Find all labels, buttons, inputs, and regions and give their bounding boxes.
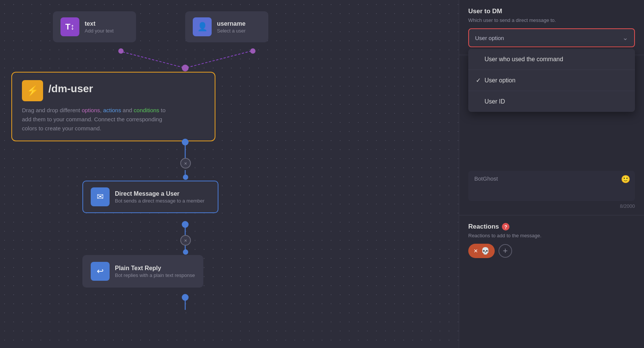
text-node-title: text [85, 20, 114, 27]
username-node-icon: 👤 [193, 17, 212, 36]
connector-dot-reply-bottom [182, 294, 189, 301]
checkmark-selected-icon: ✓ [476, 77, 481, 84]
dropdown-selected-value: User option [475, 35, 504, 41]
reactions-section: Reactions ? Reactions to add to the mess… [459, 215, 644, 266]
action-node-icon: ✉ [91, 187, 110, 206]
user-dropdown-select[interactable]: User option ⌄ [468, 28, 635, 47]
dropdown-menu: ✓ User who used the command ✓ User optio… [468, 49, 635, 112]
connector-dot-action-bottom [182, 221, 189, 228]
connector-dot-command-bottom [182, 139, 189, 145]
user-to-dm-section: User to DM Which user to send a direct m… [459, 0, 644, 55]
user-to-dm-sublabel: Which user to send a direct message to. [468, 17, 635, 23]
reactions-sublabel: Reactions to add to the message. [468, 233, 635, 238]
canvas: T↕ text Add your text 👤 username Select … [0, 0, 459, 348]
username-node-title: username [217, 20, 246, 27]
right-panel: User to DM Which user to send a direct m… [459, 0, 644, 348]
message-section: BotGhost 🙂 8/2000 [459, 165, 644, 215]
connector-x-2[interactable]: × [180, 235, 191, 246]
reactions-label-row: Reactions ? [468, 223, 635, 230]
user-dropdown-wrapper: User option ⌄ ✓ User who used the comman… [468, 28, 635, 47]
action-node-labels: Direct Message a User Bot sends a direct… [115, 190, 204, 204]
message-placeholder: BotGhost [474, 175, 498, 182]
connector-dot-mid1 [183, 175, 188, 180]
desc-options: options [82, 107, 100, 113]
username-node[interactable]: 👤 username Select a user [185, 11, 268, 42]
message-area[interactable]: BotGhost 🙂 [468, 171, 635, 201]
reply-node-subtitle: Bot replies with a plain text response [115, 272, 195, 278]
reactions-label-text: Reactions [468, 223, 499, 230]
emoji-picker-icon[interactable]: 🙂 [621, 175, 630, 184]
reply-node-title: Plain Text Reply [115, 265, 195, 272]
dropdown-item-user-id[interactable]: ✓ User ID [468, 91, 635, 112]
command-title: /dm-user [48, 83, 93, 95]
reaction-row: ✕ 💀 + [468, 244, 635, 258]
action-node-title: Direct Message a User [115, 190, 204, 197]
connector-x-1[interactable]: × [180, 158, 191, 169]
text-node[interactable]: T↕ text Add your text [53, 11, 136, 42]
command-node-icon: ⚡ [22, 80, 43, 101]
reply-node[interactable]: ↩ Plain Text Reply Bot replies with a pl… [82, 255, 203, 288]
reaction-chip[interactable]: ✕ 💀 [468, 244, 495, 258]
add-reaction-button[interactable]: + [498, 244, 512, 258]
dropdown-item-user-who-used[interactable]: ✓ User who used the command [468, 49, 635, 70]
connector-dot-username [250, 48, 255, 54]
reply-node-labels: Plain Text Reply Bot replies with a plai… [115, 265, 195, 278]
char-count: 8/2000 [468, 203, 635, 209]
reply-node-icon: ↩ [91, 262, 110, 281]
dropdown-item-label-2: User option [485, 77, 516, 84]
dropdown-item-user-option[interactable]: ✓ User option [468, 70, 635, 91]
username-node-subtitle: Select a user [217, 28, 246, 34]
desc-conditions: conditions [134, 107, 159, 113]
dropdown-item-label-3: User ID [485, 98, 505, 105]
username-node-labels: username Select a user [217, 20, 246, 34]
action-node-subtitle: Bot sends a direct message to a member [115, 198, 204, 204]
reactions-help-icon[interactable]: ? [502, 223, 509, 230]
text-node-icon: T↕ [60, 17, 79, 36]
desc-actions: actions [103, 107, 121, 113]
svg-line-0 [119, 51, 185, 68]
command-node: ⚡ /dm-user Drag and drop different optio… [11, 72, 215, 141]
dropdown-item-label-1: User who used the command [485, 56, 563, 63]
connectors-svg [0, 0, 459, 348]
chevron-down-icon: ⌄ [622, 34, 628, 42]
connector-dot-mid2 [183, 249, 188, 255]
text-node-subtitle: Add your text [85, 28, 114, 34]
reaction-emoji: 💀 [481, 247, 489, 255]
add-icon: + [503, 246, 508, 256]
remove-reaction-icon[interactable]: ✕ [474, 248, 478, 254]
connector-dot-text [118, 48, 124, 54]
user-to-dm-label: User to DM [468, 8, 635, 15]
command-description: Drag and drop different options, actions… [22, 106, 205, 133]
action-node[interactable]: ✉ Direct Message a User Bot sends a dire… [82, 181, 218, 213]
connector-dot-command-top [182, 65, 189, 71]
text-node-labels: text Add your text [85, 20, 114, 34]
svg-line-1 [185, 51, 251, 68]
